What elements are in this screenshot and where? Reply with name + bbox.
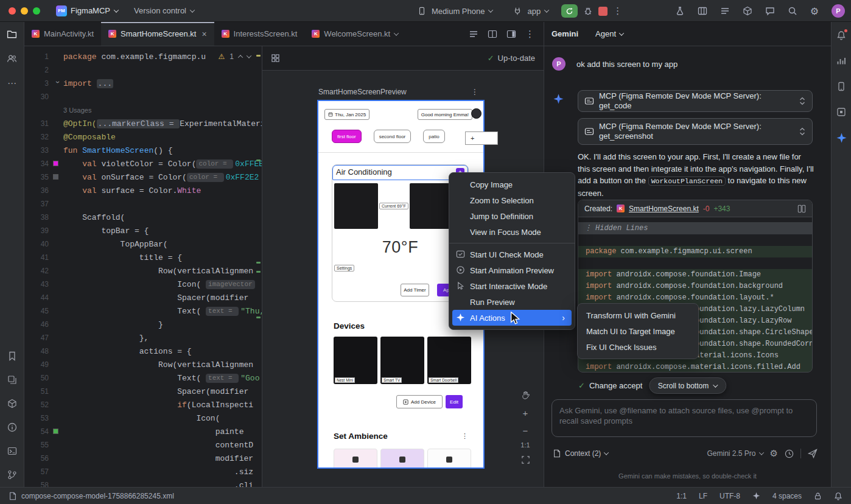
line-number-gutter[interactable]: 35 (24, 173, 63, 181)
line-number-gutter[interactable]: 1 (24, 52, 63, 61)
editor-line[interactable]: 49 Row(verticalAlignmen (24, 358, 262, 371)
project-selector[interactable]: FigmaMCP (71, 6, 118, 15)
ambience-tile[interactable] (427, 449, 471, 467)
editor-line[interactable]: 30 (24, 90, 262, 103)
minimize-window-button[interactable] (21, 7, 28, 15)
statusbar-filename[interactable]: compose-compose-model-1758866285245.xml (21, 492, 174, 500)
split-editor-icon[interactable] (488, 29, 497, 39)
layout-right-icon[interactable] (506, 29, 516, 39)
gemini-tool-icon[interactable] (836, 133, 847, 143)
editor-line[interactable]: 43 Icon( imageVector (24, 278, 262, 291)
terminal-tool-icon[interactable] (7, 446, 17, 456)
line-number-gutter[interactable]: 37 (24, 200, 63, 208)
line-number-gutter[interactable]: 33 (24, 146, 63, 155)
editor-line[interactable]: 41 title = { (24, 251, 262, 264)
editor-line[interactable]: 2 (24, 63, 262, 77)
device-card[interactable]: Smart TV (380, 337, 424, 384)
editor-line[interactable]: 57 .siz (24, 465, 262, 478)
menu-item[interactable]: Start Interactive Mode (449, 278, 575, 294)
line-number-gutter[interactable]: 51 (24, 387, 63, 396)
device-card[interactable]: Nest Mini (334, 337, 377, 384)
maximize-window-button[interactable] (33, 7, 40, 15)
line-number-gutter[interactable]: 48 (24, 347, 63, 355)
editor-line[interactable]: 38 Scaffold( (24, 211, 262, 224)
date-chip[interactable]: Thu, Jan 2025 (324, 109, 369, 120)
problems-tool-icon[interactable] (7, 422, 17, 432)
profiler-icon[interactable] (675, 6, 685, 16)
line-number-gutter[interactable]: 43 (24, 280, 63, 289)
ambience-tile[interactable] (380, 449, 424, 467)
git-tool-icon[interactable] (7, 470, 17, 480)
editor-line[interactable]: 34 val violetColor = Color(color = 0xFFE… (24, 157, 262, 170)
color-swatch[interactable] (53, 429, 58, 434)
close-window-button[interactable] (9, 7, 16, 15)
profile-avatar[interactable]: P (832, 4, 845, 18)
commit-tool-icon[interactable] (7, 54, 17, 64)
submenu-item[interactable]: Transform UI with Gemini (578, 307, 698, 323)
file-encoding[interactable]: UTF-8 (720, 492, 740, 500)
submenu-item[interactable]: Fix UI Check Issues (578, 339, 698, 355)
prev-issue-icon[interactable] (238, 55, 243, 60)
hidden-lines-row[interactable]: ⋮Hidden Lines (578, 222, 812, 234)
context-button[interactable]: Context (2) (553, 449, 608, 458)
line-number-gutter[interactable]: 31 (24, 119, 63, 128)
lock-icon[interactable] (814, 492, 822, 500)
build-tool-icon[interactable] (7, 399, 17, 408)
editor-line[interactable]: 53 Icon( (24, 411, 262, 425)
editor-line[interactable]: 3 Usages (24, 103, 262, 117)
run-config-selector[interactable]: app (527, 7, 548, 16)
indent-setting[interactable]: 4 spaces (772, 492, 802, 500)
rerun-button[interactable] (561, 4, 578, 18)
caret-position[interactable]: 1:1 (676, 492, 687, 500)
editor-line[interactable]: 37 (24, 197, 262, 211)
editor-line[interactable]: 50 Text( text = "Goo (24, 371, 262, 385)
code-editor[interactable]: 1package com.example.figmamcp.u23›import… (24, 46, 262, 487)
debug-button[interactable] (583, 6, 593, 16)
ambience-tile[interactable] (334, 449, 377, 467)
editor-line[interactable]: 45 Text( text = "Thu, (24, 304, 262, 318)
vcs-widget[interactable]: Version control (134, 6, 194, 15)
tab-agent[interactable]: Agent (595, 29, 623, 38)
editor-line[interactable]: 40 TopAppBar( (24, 237, 262, 251)
greeting-chip[interactable]: Good morning Emma! (418, 109, 472, 120)
fold-arrow-icon[interactable]: › (54, 81, 62, 83)
line-number-gutter[interactable]: 55 (24, 441, 63, 449)
profiler-tool-icon[interactable] (836, 56, 846, 66)
line-number-gutter[interactable]: 3› (24, 79, 63, 88)
line-number-gutter[interactable]: 40 (24, 240, 63, 248)
edit-devices-button[interactable]: Edit (446, 395, 463, 408)
floor-tab[interactable]: patio (423, 130, 444, 143)
line-number-gutter[interactable]: 57 (24, 467, 63, 476)
menu-item[interactable]: Jump to Definition (449, 208, 575, 224)
line-number-gutter[interactable]: 34 (24, 159, 63, 168)
expand-icon[interactable] (799, 97, 806, 105)
send-button[interactable] (808, 449, 818, 458)
ambience-options-icon[interactable]: ⋮ (461, 432, 468, 440)
project-tool-icon[interactable] (7, 29, 17, 40)
line-number-gutter[interactable]: 30 (24, 93, 63, 101)
gemini-settings-icon[interactable]: ⚙ (770, 448, 778, 459)
editor-line[interactable]: 54 painte (24, 425, 262, 438)
search-icon[interactable] (788, 6, 797, 16)
editor-line[interactable]: 39 topBar = { (24, 224, 262, 237)
zoom-out-button[interactable]: − (518, 424, 533, 437)
next-issue-icon[interactable] (247, 53, 251, 58)
line-number-gutter[interactable]: 32 (24, 133, 63, 141)
editor-tab[interactable]: KSmartHomeScreen.kt× (101, 22, 214, 46)
editor-line[interactable]: 32@Composable (24, 130, 262, 144)
line-number-gutter[interactable]: 36 (24, 186, 63, 195)
editor-tab[interactable]: KInterestsScreen.kt (214, 22, 305, 46)
menu-item[interactable]: Copy Image (449, 177, 575, 192)
tab-gemini[interactable]: Gemini (552, 29, 578, 38)
editor-line[interactable]: 52 if(LocalInspecti (24, 398, 262, 411)
device-manager-tool-icon[interactable] (836, 82, 846, 91)
created-file-link[interactable]: SmartHomeScreen.kt (629, 205, 699, 213)
color-swatch[interactable] (53, 174, 58, 180)
line-number-gutter[interactable]: 44 (24, 293, 63, 302)
line-number-gutter[interactable]: 50 (24, 374, 63, 382)
editor-line[interactable]: 46 } (24, 318, 262, 331)
settings-gear-icon[interactable]: ⚙ (810, 5, 819, 17)
columns-icon[interactable] (698, 6, 707, 16)
add-floor-chip[interactable]: + (465, 131, 498, 145)
model-selector[interactable]: Gemini 2.5 Pro (707, 449, 763, 458)
